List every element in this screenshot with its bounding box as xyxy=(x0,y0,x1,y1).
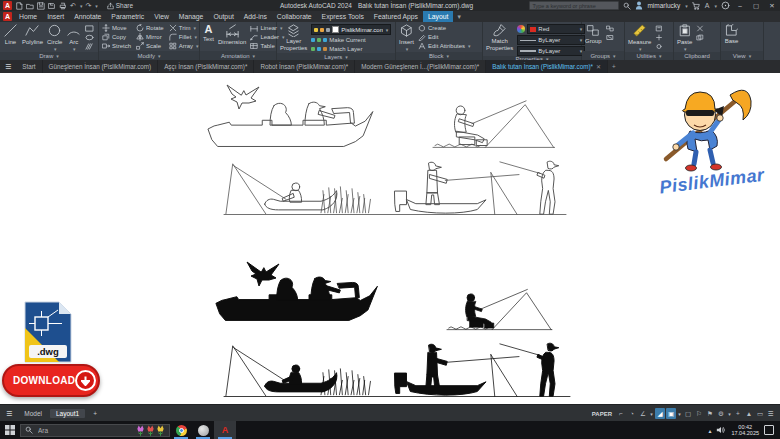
edit-attributes-tool[interactable]: Edit Attributes▾ xyxy=(418,42,471,50)
layout-menu-icon[interactable]: ☰ xyxy=(0,410,18,418)
ortho-icon[interactable]: ⌐ xyxy=(616,408,626,419)
redo-icon[interactable]: ↷ xyxy=(85,2,91,9)
panel-title-utilities[interactable]: Utilities▾ xyxy=(625,52,673,60)
panel-title-draw[interactable]: Draw▾ xyxy=(0,52,98,60)
make-current-tool[interactable]: Make Current xyxy=(311,36,391,44)
autodesk-dropdown-icon[interactable]: ▾ xyxy=(714,3,717,9)
app-taskbar-button[interactable] xyxy=(192,421,214,439)
scale-tool[interactable]: Scale xyxy=(136,42,164,50)
tab-express-tools[interactable]: Express Tools xyxy=(317,11,369,22)
save-icon[interactable] xyxy=(37,2,45,10)
osnap-icon[interactable]: ▣ xyxy=(666,408,676,419)
taskbar-search-input[interactable] xyxy=(36,426,133,435)
tab-featured-apps[interactable]: Featured Apps xyxy=(369,11,423,22)
share-button[interactable]: Share xyxy=(107,2,133,10)
autocad-taskbar-button[interactable]: A xyxy=(214,421,236,439)
taskbar-search[interactable] xyxy=(20,424,170,437)
color-dropdown[interactable]: Red ▾ xyxy=(527,24,585,34)
model-tab[interactable]: Model xyxy=(18,409,48,418)
save-as-icon[interactable] xyxy=(48,2,56,10)
rotate-tool[interactable]: Rotate xyxy=(136,24,164,32)
help-icon[interactable] xyxy=(721,1,730,10)
close-tab-icon[interactable]: ✕ xyxy=(596,63,601,70)
app-menu-button[interactable]: A xyxy=(3,1,12,10)
mirror-tool[interactable]: Mirror xyxy=(136,33,164,41)
stretch-tool[interactable]: Stretch xyxy=(102,42,131,50)
tab-manage[interactable]: Manage xyxy=(174,11,209,22)
draw-extra-tools[interactable] xyxy=(85,23,94,50)
move-tool[interactable]: Move xyxy=(102,24,131,32)
chrome-taskbar-button[interactable] xyxy=(170,421,192,439)
doc-tabs-menu-icon[interactable]: ☰ xyxy=(0,60,16,73)
tab-annotate[interactable]: Annotate xyxy=(69,11,106,22)
maximize-button[interactable]: ▢ xyxy=(750,2,762,10)
plot-icon[interactable] xyxy=(59,2,67,10)
tab-collaborate[interactable]: Collaborate xyxy=(272,11,317,22)
new-file-icon[interactable] xyxy=(16,2,23,10)
isodraft-dropdown-icon[interactable]: ▾ xyxy=(649,408,654,419)
undo-dropdown-icon[interactable]: ▾ xyxy=(80,3,83,9)
base-tool[interactable]: Base xyxy=(724,23,739,45)
customization-gear-icon[interactable]: ⚙ xyxy=(716,408,726,419)
match-properties-tool[interactable]: MatchProperties xyxy=(486,23,513,51)
insert-tool[interactable]: Insert▾ xyxy=(399,23,414,52)
tab-parametric[interactable]: Parametric xyxy=(106,11,149,22)
panel-title-annotation[interactable]: Annotation▾ xyxy=(200,51,276,60)
app-menu-tile[interactable]: A xyxy=(3,12,12,21)
create-block-tool[interactable]: Create xyxy=(418,24,471,32)
polyline-tool[interactable]: Polyline xyxy=(22,23,43,46)
panel-title-modify[interactable]: Modify▾ xyxy=(99,51,199,60)
layer-properties-tool[interactable]: LayerProperties xyxy=(280,23,307,51)
paste-tool[interactable]: Paste▾ xyxy=(677,23,692,52)
graphics-performance-icon[interactable]: ▲ xyxy=(744,408,754,419)
line-tool[interactable]: Line xyxy=(3,23,18,46)
measure-tool[interactable]: Measure▾ xyxy=(628,23,651,52)
action-center-icon[interactable] xyxy=(764,425,774,435)
drawing-canvas[interactable]: PislikMimar .dwg DOWNLOAD xyxy=(0,73,780,404)
workspace-icon[interactable]: ⚑ xyxy=(705,408,715,419)
tab-output[interactable]: Output xyxy=(208,11,238,22)
gear-dropdown-icon[interactable]: ▾ xyxy=(727,408,732,419)
tab-insert[interactable]: Insert xyxy=(42,11,69,22)
circle-tool[interactable]: Circle▾ xyxy=(47,23,62,52)
doc-tab-balik-tutan[interactable]: Balık tutan İnsan (PislikMimar.com)*✕ xyxy=(486,60,608,73)
color-wheel-icon[interactable] xyxy=(517,25,525,33)
undo-icon[interactable]: ↶ xyxy=(70,2,76,9)
utilities-extra-tools[interactable] xyxy=(655,23,663,50)
user-dropdown-icon[interactable]: ▾ xyxy=(685,3,688,9)
tab-view[interactable]: View xyxy=(149,11,174,22)
match-layer-tool[interactable]: Match Layer xyxy=(311,45,391,53)
isolate-objects-icon[interactable]: + xyxy=(733,408,743,419)
help-search-input[interactable] xyxy=(529,1,619,10)
paper-space-toggle[interactable]: PAPER xyxy=(592,411,612,417)
annotation-monitor-icon[interactable]: ⚐ xyxy=(694,408,704,419)
tab-start[interactable]: Start xyxy=(16,60,42,73)
isodraft-icon[interactable]: ∠ xyxy=(638,408,648,419)
new-drawing-button[interactable]: + xyxy=(608,60,620,73)
selection-cycling-icon[interactable]: ▢ xyxy=(683,408,693,419)
clean-screen-icon[interactable]: ▭ xyxy=(755,408,765,419)
clipboard-extra-tools[interactable] xyxy=(696,23,704,41)
panel-title-groups[interactable]: Groups▾ xyxy=(582,51,624,60)
osnap-tracking-icon[interactable]: ◢ xyxy=(655,408,665,419)
autodesk-icon[interactable]: A xyxy=(705,2,710,9)
doc-tab-modern-guneslenen[interactable]: Modern Güneşlenen İ...(PislikMimar.com)* xyxy=(355,60,486,73)
layout1-tab[interactable]: Layout1 xyxy=(50,409,85,418)
minimize-button[interactable]: – xyxy=(734,2,746,9)
arc-tool[interactable]: Arc▾ xyxy=(66,23,81,52)
ribbon-collapse-icon[interactable]: ▾ xyxy=(457,11,460,22)
open-icon[interactable] xyxy=(26,2,34,10)
username[interactable]: mimarlucky xyxy=(647,2,680,9)
tab-add-ins[interactable]: Add-ins xyxy=(239,11,272,22)
doc-tab-robot[interactable]: Robot İnsan (PislikMimar.com)* xyxy=(254,60,355,73)
group-extra-tools[interactable] xyxy=(606,23,614,41)
copy-tool[interactable]: Copy xyxy=(102,33,131,41)
group-tool[interactable]: Group xyxy=(585,23,602,45)
avatar-icon[interactable] xyxy=(635,1,643,10)
download-button[interactable]: DOWNLOAD xyxy=(2,364,100,397)
edit-block-tool[interactable]: Edit xyxy=(418,33,471,41)
linetype-dropdown[interactable]: ByLayer▾ xyxy=(517,35,585,45)
tray-expand-icon[interactable]: ▴ xyxy=(708,427,711,434)
new-layout-button[interactable]: + xyxy=(87,409,103,418)
text-tool[interactable]: AText xyxy=(203,23,214,43)
